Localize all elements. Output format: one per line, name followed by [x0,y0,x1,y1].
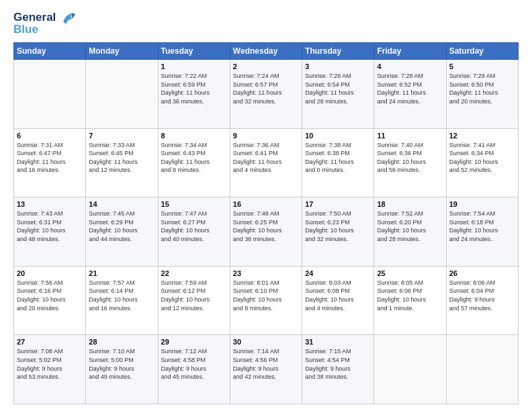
calendar-cell: 3Sunrise: 7:26 AM Sunset: 6:54 PM Daylig… [302,60,374,129]
weekday-header-saturday: Saturday [446,43,518,60]
day-number: 24 [305,269,371,277]
calendar-cell: 24Sunrise: 8:03 AM Sunset: 6:08 PM Dayli… [302,266,374,335]
day-number: 16 [233,200,299,208]
day-number: 26 [449,269,515,277]
calendar-cell: 14Sunrise: 7:45 AM Sunset: 6:29 PM Dayli… [86,197,158,267]
day-number: 31 [305,338,371,346]
day-info: Sunrise: 7:41 AM Sunset: 6:34 PM Dayligh… [449,141,515,175]
day-info: Sunrise: 7:50 AM Sunset: 6:23 PM Dayligh… [305,210,371,243]
calendar-cell: 20Sunrise: 7:56 AM Sunset: 6:16 PM Dayli… [14,266,86,335]
calendar-cell: 26Sunrise: 8:06 AM Sunset: 6:04 PM Dayli… [446,266,518,335]
day-number: 18 [377,200,443,208]
day-number: 8 [161,132,227,140]
day-number: 9 [233,132,299,140]
calendar-cell: 1Sunrise: 7:22 AM Sunset: 6:59 PM Daylig… [158,60,230,129]
day-number: 17 [305,200,371,208]
day-number: 27 [17,338,83,346]
day-number: 11 [377,132,443,140]
calendar-cell [86,60,158,129]
day-info: Sunrise: 7:26 AM Sunset: 6:54 PM Dayligh… [305,72,371,105]
day-number: 14 [89,200,154,208]
day-info: Sunrise: 7:15 AM Sunset: 4:54 PM Dayligh… [305,347,371,381]
calendar-table: SundayMondayTuesdayWednesdayThursdayFrid… [13,42,519,404]
header: General Blue [13,11,519,36]
day-info: Sunrise: 7:34 AM Sunset: 6:43 PM Dayligh… [161,141,227,175]
calendar-cell: 16Sunrise: 7:48 AM Sunset: 6:25 PM Dayli… [230,197,302,267]
calendar-cell: 8Sunrise: 7:34 AM Sunset: 6:43 PM Daylig… [158,128,230,197]
calendar-cell: 23Sunrise: 8:01 AM Sunset: 6:10 PM Dayli… [230,266,302,335]
day-info: Sunrise: 7:56 AM Sunset: 6:16 PM Dayligh… [17,279,83,312]
calendar-cell: 10Sunrise: 7:38 AM Sunset: 6:38 PM Dayli… [302,128,374,197]
day-number: 28 [89,338,154,346]
calendar-cell: 12Sunrise: 7:41 AM Sunset: 6:34 PM Dayli… [446,128,518,197]
calendar-cell: 18Sunrise: 7:52 AM Sunset: 6:20 PM Dayli… [374,197,446,267]
day-number: 3 [305,62,371,71]
calendar-cell: 19Sunrise: 7:54 AM Sunset: 6:18 PM Dayli… [446,197,518,267]
day-info: Sunrise: 7:31 AM Sunset: 6:47 PM Dayligh… [17,141,83,175]
day-info: Sunrise: 7:28 AM Sunset: 6:52 PM Dayligh… [377,72,443,105]
day-number: 2 [233,62,299,71]
page: General Blue SundayMondayTuesdayWednesda… [0,0,532,411]
day-number: 15 [161,200,227,208]
calendar-cell: 6Sunrise: 7:31 AM Sunset: 6:47 PM Daylig… [14,128,86,197]
calendar-cell: 9Sunrise: 7:36 AM Sunset: 6:41 PM Daylig… [230,128,302,197]
day-number: 5 [449,62,515,71]
day-number: 30 [233,338,299,346]
day-info: Sunrise: 7:22 AM Sunset: 6:59 PM Dayligh… [161,72,227,105]
day-info: Sunrise: 7:43 AM Sunset: 6:31 PM Dayligh… [17,210,83,243]
day-info: Sunrise: 8:05 AM Sunset: 6:06 PM Dayligh… [377,279,443,312]
day-number: 4 [377,62,443,71]
day-info: Sunrise: 7:48 AM Sunset: 6:25 PM Dayligh… [233,210,299,243]
calendar-cell: 31Sunrise: 7:15 AM Sunset: 4:54 PM Dayli… [302,335,374,404]
calendar-cell: 30Sunrise: 7:14 AM Sunset: 4:56 PM Dayli… [230,335,302,404]
weekday-header-sunday: Sunday [14,43,86,60]
day-info: Sunrise: 7:59 AM Sunset: 6:12 PM Dayligh… [161,279,227,312]
day-info: Sunrise: 7:29 AM Sunset: 6:50 PM Dayligh… [449,72,515,105]
calendar-week-row: 13Sunrise: 7:43 AM Sunset: 6:31 PM Dayli… [14,197,519,267]
calendar-cell [374,335,446,404]
day-number: 1 [161,62,227,71]
calendar-week-row: 27Sunrise: 7:08 AM Sunset: 5:02 PM Dayli… [14,335,519,404]
calendar-cell [14,60,86,129]
day-info: Sunrise: 7:45 AM Sunset: 6:29 PM Dayligh… [89,210,154,243]
calendar-cell: 11Sunrise: 7:40 AM Sunset: 6:36 PM Dayli… [374,128,446,197]
day-number: 19 [449,200,515,208]
weekday-header-wednesday: Wednesday [230,43,302,60]
day-number: 29 [161,338,227,346]
day-number: 12 [449,132,515,140]
day-info: Sunrise: 7:12 AM Sunset: 4:58 PM Dayligh… [161,347,227,381]
day-info: Sunrise: 7:52 AM Sunset: 6:20 PM Dayligh… [377,210,443,243]
calendar-week-row: 1Sunrise: 7:22 AM Sunset: 6:59 PM Daylig… [14,60,519,129]
day-number: 7 [89,132,154,140]
day-info: Sunrise: 7:38 AM Sunset: 6:38 PM Dayligh… [305,141,371,175]
calendar-cell: 22Sunrise: 7:59 AM Sunset: 6:12 PM Dayli… [158,266,230,335]
day-number: 22 [161,269,227,277]
calendar-cell: 5Sunrise: 7:29 AM Sunset: 6:50 PM Daylig… [446,60,518,129]
day-number: 20 [17,269,83,277]
calendar-cell: 27Sunrise: 7:08 AM Sunset: 5:02 PM Dayli… [14,335,86,404]
day-number: 13 [17,200,83,208]
weekday-header-friday: Friday [374,43,446,60]
calendar-cell: 13Sunrise: 7:43 AM Sunset: 6:31 PM Dayli… [14,197,86,267]
day-info: Sunrise: 7:47 AM Sunset: 6:27 PM Dayligh… [161,210,227,243]
calendar-cell: 7Sunrise: 7:33 AM Sunset: 6:45 PM Daylig… [86,128,158,197]
day-info: Sunrise: 7:40 AM Sunset: 6:36 PM Dayligh… [377,141,443,175]
day-info: Sunrise: 7:24 AM Sunset: 6:57 PM Dayligh… [233,72,299,105]
day-number: 23 [233,269,299,277]
day-info: Sunrise: 8:06 AM Sunset: 6:04 PM Dayligh… [449,279,515,312]
day-info: Sunrise: 7:36 AM Sunset: 6:41 PM Dayligh… [233,141,299,175]
day-number: 10 [305,132,371,140]
calendar-week-row: 6Sunrise: 7:31 AM Sunset: 6:47 PM Daylig… [14,128,519,197]
calendar-cell: 28Sunrise: 7:10 AM Sunset: 5:00 PM Dayli… [86,335,158,404]
day-info: Sunrise: 8:03 AM Sunset: 6:08 PM Dayligh… [305,279,371,312]
calendar-week-row: 20Sunrise: 7:56 AM Sunset: 6:16 PM Dayli… [14,266,519,335]
day-number: 25 [377,269,443,277]
day-number: 6 [17,132,83,140]
weekday-header-tuesday: Tuesday [158,43,230,60]
calendar-cell: 15Sunrise: 7:47 AM Sunset: 6:27 PM Dayli… [158,197,230,267]
calendar-cell: 17Sunrise: 7:50 AM Sunset: 6:23 PM Dayli… [302,197,374,267]
calendar-cell: 2Sunrise: 7:24 AM Sunset: 6:57 PM Daylig… [230,60,302,129]
day-info: Sunrise: 7:57 AM Sunset: 6:14 PM Dayligh… [89,279,154,312]
day-info: Sunrise: 7:10 AM Sunset: 5:00 PM Dayligh… [89,347,154,381]
calendar-cell: 21Sunrise: 7:57 AM Sunset: 6:14 PM Dayli… [86,266,158,335]
